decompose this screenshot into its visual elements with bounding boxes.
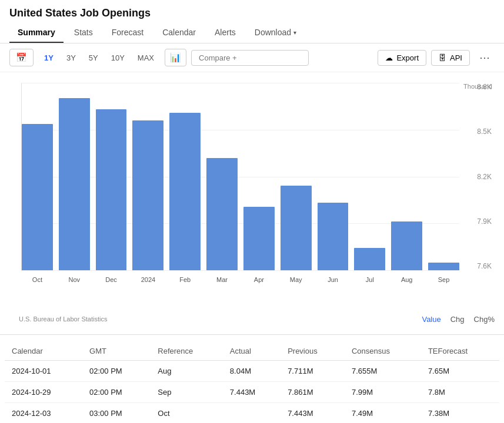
col-actual: Actual [223,342,281,361]
nav-tabs: Summary Stats Forecast Calendar Alerts D… [0,23,504,43]
cell-actual-2 [223,403,281,424]
bar-label-jul: Jul [366,276,374,283]
table-row-0[interactable]: 2024-10-0102:00 PMAug8.04M7.711M7.655M7.… [5,361,499,382]
chart-container: Thousand 8.8K 8.5K 8.2K 7.9K 7.6K OctNov… [9,77,495,306]
bar-feb[interactable] [169,113,201,270]
value-chg-row: Value Chg Chg% [422,315,495,324]
bar-label-apr: Apr [254,276,264,283]
value-link[interactable]: Value [422,315,440,324]
bar-may[interactable] [281,186,312,270]
bar-label-aug: Aug [401,276,413,283]
bar-apr[interactable] [243,207,275,270]
cell-consensus-0: 7.655M [345,361,421,382]
chgpct-label[interactable]: Chg% [474,315,495,324]
cell-reference-1: Sep [151,382,223,403]
cell-consensus-2: 7.49M [345,403,421,424]
bar-group-mar: Mar [206,83,238,270]
chart-type-icon[interactable]: 📊 [165,49,186,66]
bar-label-dec: Dec [105,276,117,283]
cell-teforecast-0: 7.65M [421,361,499,382]
cell-previous-1: 7.861M [281,382,345,403]
bar-label-jun: Jun [328,276,338,283]
cell-teforecast-2: 7.38M [421,403,499,424]
range-buttons: 1Y 3Y 5Y 10Y MAX [38,51,160,65]
bar-jul[interactable] [354,248,385,270]
compare-input[interactable] [191,50,309,66]
chart-source: U.S. Bureau of Labor Statistics [9,313,116,325]
range-1y[interactable]: 1Y [38,51,59,65]
bar-group-2024: 2024 [132,83,163,270]
tab-forecast[interactable]: Forecast [104,23,152,43]
api-button[interactable]: 🗄 API [431,50,470,66]
bar-aug[interactable] [391,221,422,270]
cell-actual-1: 7.443M [223,382,281,403]
bar-nov[interactable] [59,98,90,270]
bar-group-oct: Oct [22,83,53,270]
calendar-icon[interactable]: 📅 [9,49,34,66]
bar-2024[interactable] [132,120,163,270]
page-title: United States Job Openings [0,0,504,23]
range-3y[interactable]: 3Y [61,51,82,65]
col-teforecast: TEForecast [421,342,499,361]
bar-group-jun: Jun [318,83,349,270]
cell-previous-0: 7.711M [281,361,345,382]
bar-label-feb: Feb [179,276,191,283]
bar-jun[interactable] [318,203,349,270]
range-max[interactable]: MAX [132,51,160,65]
cell-gmt-2: 03:00 PM [82,403,151,424]
download-arrow-icon: ▾ [293,29,296,36]
range-5y[interactable]: 5Y [83,51,104,65]
col-reference: Reference [151,342,223,361]
bar-label-may: May [290,276,302,283]
cell-actual-0: 8.04M [223,361,281,382]
chart-bottom-row: U.S. Bureau of Labor Statistics Value Ch… [0,311,504,327]
cell-previous-2: 7.443M [281,403,345,424]
export-button[interactable]: ☁ Export [378,50,426,66]
bar-oct[interactable] [22,124,53,270]
bar-group-nov: Nov [59,83,90,270]
col-calendar: Calendar [5,342,82,361]
bar-label-mar: Mar [216,276,228,283]
bar-sep[interactable] [428,263,459,270]
bar-group-sep: Sep [428,83,459,270]
tab-summary[interactable]: Summary [9,23,64,43]
cell-gmt-0: 02:00 PM [82,361,151,382]
cell-calendar-1: 2024-10-29 [5,382,82,403]
bar-group-jul: Jul [354,83,385,270]
bar-group-feb: Feb [169,83,201,270]
col-consensus: Consensus [345,342,421,361]
data-table: Calendar GMT Reference Actual Previous C… [5,342,499,423]
cell-reference-2: Oct [151,403,223,424]
bar-group-aug: Aug [391,83,422,270]
table-row-1[interactable]: 2024-10-2902:00 PMSep7.443M7.861M7.99M7.… [5,382,499,403]
cell-gmt-1: 02:00 PM [82,382,151,403]
chg-label[interactable]: Chg [450,315,465,324]
col-previous: Previous [281,342,345,361]
bar-label-nov: Nov [68,276,80,283]
toolbar: 📅 1Y 3Y 5Y 10Y MAX 📊 ☁ Export 🗄 API ⋯ [0,43,504,72]
tab-calendar[interactable]: Calendar [154,23,204,43]
bar-group-may: May [281,83,312,270]
y-axis-labels: 8.8K 8.5K 8.2K 7.9K 7.6K [477,83,492,270]
tab-stats[interactable]: Stats [66,23,101,43]
cell-calendar-2: 2024-12-03 [5,403,82,424]
chart-area: 8.8K 8.5K 8.2K 7.9K 7.6K OctNovDec2024Fe… [21,83,459,271]
toolbar-right: ☁ Export 🗄 API ⋯ [378,48,495,67]
section-divider [0,334,504,335]
bar-group-apr: Apr [243,83,275,270]
range-10y[interactable]: 10Y [105,51,131,65]
bar-dec[interactable] [96,109,127,270]
table-row-2[interactable]: 2024-12-0303:00 PMOct7.443M7.49M7.38M [5,403,499,424]
more-button[interactable]: ⋯ [475,48,495,67]
cell-teforecast-1: 7.8M [421,382,499,403]
tab-download[interactable]: Download ▾ [246,23,305,43]
bar-mar[interactable] [206,158,238,270]
cell-reference-0: Aug [151,361,223,382]
cell-consensus-1: 7.99M [345,382,421,403]
bar-label-2024: 2024 [141,276,155,283]
grid-line-5 [22,270,459,271]
bar-label-sep: Sep [438,276,450,283]
tab-alerts[interactable]: Alerts [206,23,244,43]
table-section: Calendar GMT Reference Actual Previous C… [0,342,504,423]
database-icon: 🗄 [439,53,446,62]
